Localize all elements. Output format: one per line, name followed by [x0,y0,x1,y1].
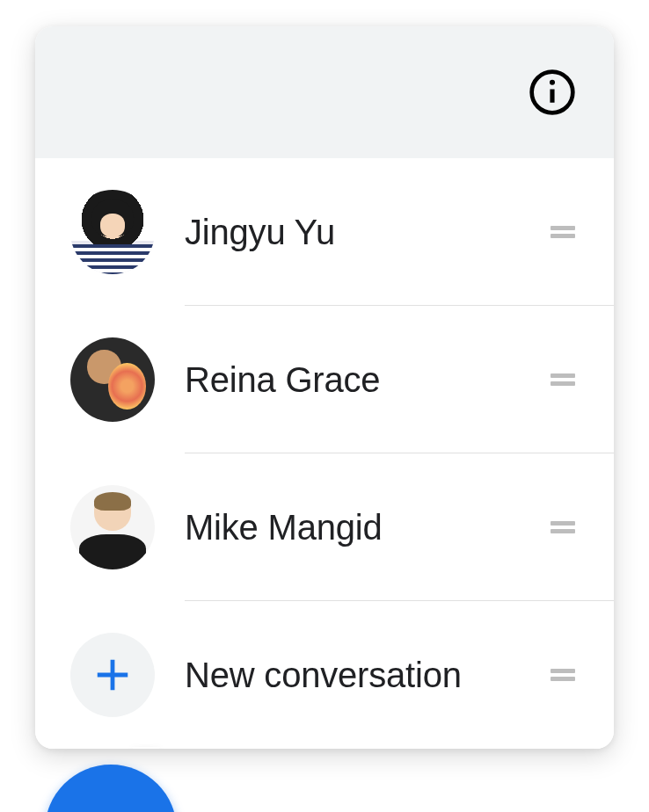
plus-icon [92,655,133,695]
drag-handle-icon[interactable] [551,223,579,241]
conversation-item[interactable]: Mike Mangid [35,453,614,601]
conversation-name: Jingyu Yu [185,213,335,252]
conversation-name: Mike Mangid [185,508,383,547]
info-icon [528,68,577,117]
new-conversation-label: New conversation [185,656,462,695]
new-conversation-avatar [70,633,155,717]
info-button[interactable] [526,66,579,119]
conversation-list: Jingyu Yu Reina Grace Mike Mangid [35,158,614,749]
avatar [70,485,155,569]
drag-handle-icon[interactable] [551,518,579,536]
new-conversation-item[interactable]: New conversation [35,601,614,749]
popover-header [35,26,614,158]
conversations-popover: Jingyu Yu Reina Grace Mike Mangid [35,26,614,749]
drag-handle-icon[interactable] [551,371,579,388]
conversation-item[interactable]: Reina Grace [35,306,614,453]
popover-arrow [132,747,160,749]
avatar [70,190,155,274]
conversation-name: Reina Grace [185,360,380,400]
conversation-item[interactable]: Jingyu Yu [35,158,614,306]
svg-point-2 [551,81,554,84]
drag-handle-icon[interactable] [551,666,579,684]
fab-button[interactable] [45,765,177,812]
avatar [70,337,155,422]
